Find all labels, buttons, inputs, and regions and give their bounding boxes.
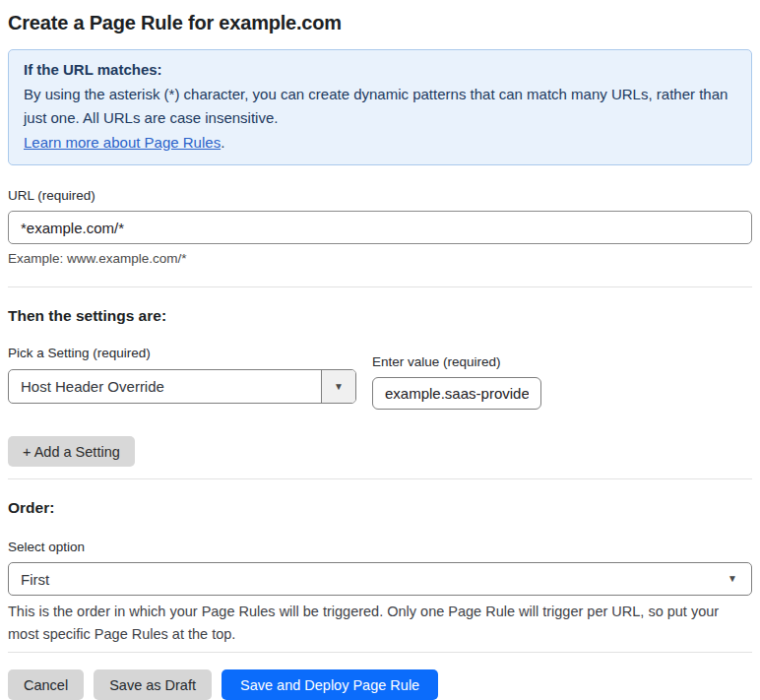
pick-setting-column: Pick a Setting (required) Host Header Ov… [8, 346, 356, 404]
cancel-button[interactable]: Cancel [8, 669, 84, 700]
order-select-value: First [9, 571, 728, 588]
order-heading: Order: [8, 499, 752, 517]
save-as-draft-button[interactable]: Save as Draft [94, 669, 212, 700]
learn-more-link[interactable]: Learn more about Page Rules [24, 134, 221, 151]
pick-setting-select[interactable]: Host Header Override ▼ [8, 369, 356, 404]
url-input[interactable] [8, 211, 752, 244]
url-label: URL (required) [8, 188, 752, 204]
create-page-rule-form: Create a Page Rule for example.com If th… [0, 10, 760, 700]
order-select[interactable]: First ▼ [8, 562, 752, 596]
settings-row: Pick a Setting (required) Host Header Ov… [8, 346, 752, 410]
enter-value-label: Enter value (required) [372, 354, 541, 370]
pick-setting-label: Pick a Setting (required) [8, 346, 356, 361]
link-period: . [221, 134, 224, 151]
order-select-label: Select option [8, 540, 752, 555]
info-box-body: By using the asterisk (*) character, you… [24, 83, 736, 131]
select-arrow-button[interactable]: ▼ [321, 370, 355, 403]
divider [8, 478, 752, 479]
setting-value-input[interactable] [372, 377, 541, 410]
page-title: Create a Page Rule for example.com [8, 10, 752, 35]
divider [8, 652, 752, 653]
url-match-info-box: If the URL matches: By using the asteris… [8, 49, 752, 165]
add-setting-button[interactable]: + Add a Setting [8, 436, 135, 467]
divider [8, 286, 752, 287]
info-box-link-line: Learn more about Page Rules. [24, 131, 736, 156]
enter-value-column: Enter value (required) [372, 354, 541, 410]
chevron-down-icon: ▼ [728, 574, 737, 584]
save-and-deploy-button[interactable]: Save and Deploy Page Rule [222, 669, 438, 700]
settings-heading: Then the settings are: [8, 307, 752, 325]
info-box-heading: If the URL matches: [24, 58, 736, 83]
footer-actions: Cancel Save as Draft Save and Deploy Pag… [8, 669, 752, 700]
pick-setting-value: Host Header Override [9, 378, 321, 395]
url-example-hint: Example: www.example.com/* [8, 251, 752, 266]
order-description: This is the order in which your Page Rul… [8, 601, 741, 646]
chevron-down-icon: ▼ [334, 382, 344, 392]
